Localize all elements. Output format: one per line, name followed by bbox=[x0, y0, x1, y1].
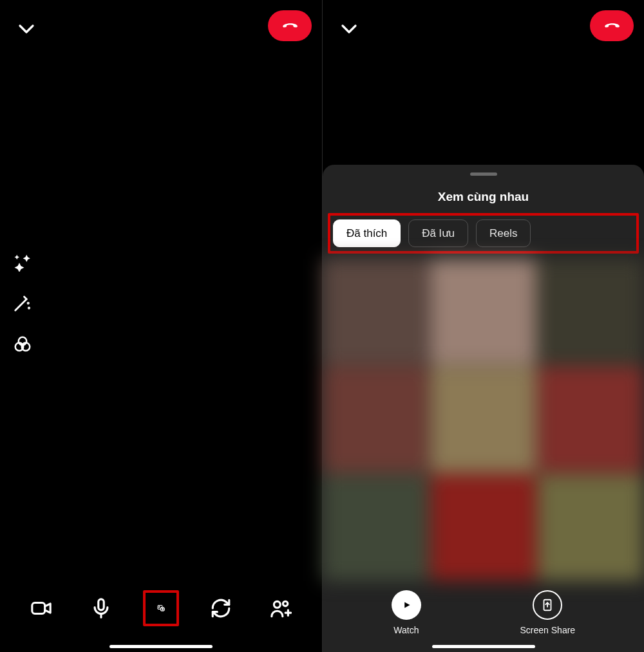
home-indicator[interactable] bbox=[109, 645, 213, 648]
home-indicator[interactable] bbox=[432, 645, 535, 648]
sheet-title: Xem cùng nhau bbox=[323, 190, 644, 204]
chevron-down-icon bbox=[17, 19, 36, 39]
minimize-button[interactable] bbox=[15, 18, 37, 40]
microphone-icon bbox=[90, 597, 112, 619]
camera-toggle-button[interactable] bbox=[23, 590, 59, 626]
sheet-grab-handle[interactable] bbox=[470, 172, 497, 176]
svg-marker-17 bbox=[404, 602, 410, 608]
svg-point-13 bbox=[274, 601, 280, 608]
svg-marker-12 bbox=[162, 609, 163, 610]
svg-point-14 bbox=[283, 601, 287, 606]
screen-share-icon bbox=[540, 598, 554, 612]
hang-up-button[interactable] bbox=[590, 10, 634, 41]
tab-reels[interactable]: Reels bbox=[476, 219, 531, 247]
flip-camera-button[interactable] bbox=[203, 590, 239, 626]
watch-together-sheet: Xem cùng nhau Đã thích Đã lưu Reels Watc… bbox=[323, 165, 644, 652]
sparkles-button[interactable] bbox=[12, 251, 33, 273]
video-camera-icon bbox=[30, 597, 52, 619]
color-filter-button[interactable] bbox=[12, 333, 33, 355]
people-add-icon bbox=[270, 597, 292, 619]
magic-wand-button[interactable] bbox=[12, 292, 33, 314]
svg-rect-5 bbox=[32, 603, 45, 614]
tab-saved[interactable]: Đã lưu bbox=[408, 219, 468, 247]
chevron-down-icon bbox=[339, 19, 359, 39]
call-bottom-bar bbox=[0, 590, 322, 626]
media-grid[interactable] bbox=[323, 259, 644, 581]
svg-point-0 bbox=[28, 308, 30, 309]
tabs-row: Đã thích Đã lưu Reels bbox=[328, 213, 639, 254]
call-screen-right: Xem cùng nhau Đã thích Đã lưu Reels Watc… bbox=[322, 0, 644, 652]
call-screen-left bbox=[0, 0, 322, 652]
svg-point-1 bbox=[28, 303, 29, 304]
svg-rect-6 bbox=[99, 599, 104, 610]
color-overlap-icon bbox=[13, 335, 32, 354]
sheet-action-row: Watch Screen Share bbox=[323, 590, 644, 635]
rotate-icon bbox=[210, 597, 232, 619]
effects-tool-column bbox=[12, 251, 33, 355]
play-icon bbox=[399, 598, 413, 612]
media-share-button[interactable] bbox=[143, 590, 179, 626]
watch-icon-circle bbox=[392, 590, 421, 620]
mic-toggle-button[interactable] bbox=[83, 590, 119, 626]
minimize-button[interactable] bbox=[338, 18, 360, 40]
watch-label: Watch bbox=[393, 625, 419, 635]
magic-wand-icon bbox=[13, 293, 32, 313]
watch-action[interactable]: Watch bbox=[392, 590, 421, 635]
add-people-button[interactable] bbox=[263, 590, 299, 626]
tab-liked[interactable]: Đã thích bbox=[333, 219, 401, 247]
phone-hangup-icon bbox=[281, 17, 298, 34]
phone-hangup-icon bbox=[603, 17, 620, 34]
screen-share-label: Screen Share bbox=[520, 625, 576, 635]
media-gallery-icon bbox=[157, 597, 165, 619]
screen-share-icon-circle bbox=[533, 590, 562, 620]
sparkles-icon bbox=[13, 252, 32, 272]
svg-point-9 bbox=[159, 606, 160, 607]
hang-up-button[interactable] bbox=[268, 10, 312, 41]
screen-share-action[interactable]: Screen Share bbox=[520, 590, 576, 635]
